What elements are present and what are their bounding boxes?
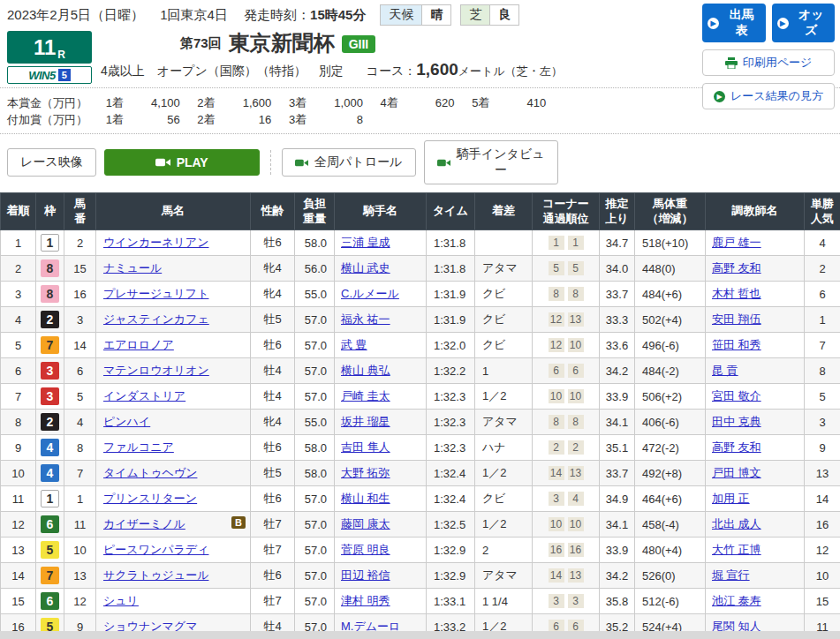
trainer-link[interactable]: 加用 正	[712, 492, 750, 505]
result-guide-button[interactable]: ▶ レース結果の見方	[702, 83, 835, 109]
frame-number-badge: 8	[41, 259, 59, 277]
horse-number: 15	[64, 256, 96, 282]
prize-place: 4着	[381, 94, 409, 111]
finish-time: 1:32.4	[427, 486, 475, 512]
trainer-link[interactable]: 田中 克典	[712, 415, 761, 428]
horse-body-weight: 406(-6)	[635, 410, 706, 435]
horse-name-link[interactable]: タイムトゥヘヴン	[103, 466, 197, 479]
win5-badge: WIN5 5	[7, 66, 92, 84]
jockey-link[interactable]: 横山 和生	[341, 492, 390, 505]
horse-name-link[interactable]: ピンハイ	[103, 415, 150, 428]
horse-name-link[interactable]: プレサージュリフト	[103, 287, 208, 300]
jockey-link[interactable]: C.ルメール	[341, 287, 399, 300]
win-favorite-rank: 10	[805, 563, 840, 589]
play-button[interactable]: PLAY	[104, 149, 260, 176]
finish-position: 2	[1, 256, 36, 282]
carried-weight: 57.0	[295, 538, 335, 563]
finish-time: 1:32.9	[427, 563, 475, 589]
margin: 1／2	[475, 461, 533, 486]
horse-name-link[interactable]: ファルコニア	[103, 440, 174, 454]
finish-time: 1:31.9	[427, 282, 475, 307]
win-favorite-rank: 16	[805, 512, 840, 538]
prize-place: 1着	[106, 111, 134, 128]
jockey-link[interactable]: 三浦 皇成	[341, 236, 390, 249]
jockey-link[interactable]: 津村 明秀	[341, 594, 390, 607]
turf-badge: 芝 良	[460, 4, 519, 26]
odds-button[interactable]: ▶ オッズ	[772, 4, 836, 42]
horse-name-link[interactable]: ピースワンパラディ	[103, 543, 208, 556]
race-date-line: 2023年2月5日（日曜） 1回東京4日 発走時刻：15時45分	[7, 7, 366, 24]
trainer-link[interactable]: 宮田 敬介	[712, 389, 761, 402]
race-title: 東京新聞杯	[229, 32, 335, 55]
last-3f-time: 34.2	[600, 358, 635, 384]
trainer-link[interactable]: 北出 成人	[712, 517, 761, 530]
jockey-link[interactable]: 坂井 瑠星	[341, 415, 390, 428]
last-3f-time: 35.1	[600, 435, 635, 461]
race-video-button[interactable]: レース映像	[7, 148, 96, 177]
margin: 1／2	[475, 384, 533, 410]
horse-name-link[interactable]: マテンロウオリオン	[103, 364, 209, 377]
jockey-link[interactable]: 大野 拓弥	[341, 466, 390, 479]
sex-age: 牡4	[251, 384, 295, 410]
jockey-link[interactable]: 横山 武史	[341, 261, 390, 274]
shutsuba-button[interactable]: ▶ 出馬表	[702, 4, 766, 42]
table-row: 10 4 7 タイムトゥヘヴン 牡5 58.0 大野 拓弥 1:32.4 1／2…	[1, 461, 840, 486]
trainer-link[interactable]: 高野 友和	[712, 261, 761, 274]
horse-name-link[interactable]: ナミュール	[103, 261, 162, 274]
carried-weight: 58.0	[295, 461, 335, 486]
race-round: 第73回	[180, 35, 222, 55]
jockey-link[interactable]: 戸崎 圭太	[341, 389, 390, 402]
jockey-link[interactable]: 福永 祐一	[341, 312, 390, 326]
race-video-label: レース映像	[20, 154, 83, 170]
trainer-link[interactable]: 堀 宣行	[712, 568, 750, 582]
horse-name-link[interactable]: エアロロノア	[103, 338, 174, 351]
patrol-video-button[interactable]: 全周パトロール	[282, 148, 416, 177]
trainer-link[interactable]: 安田 翔伍	[712, 312, 761, 326]
jockey-link[interactable]: 菅原 明良	[341, 543, 390, 556]
horse-name-link[interactable]: カイザーミノル	[103, 517, 185, 530]
trainer-link[interactable]: 池江 泰寿	[712, 594, 761, 607]
jockey-link[interactable]: 武 豊	[341, 338, 367, 351]
patrol-video-label: 全周パトロール	[314, 154, 402, 170]
horse-name-link[interactable]: インダストリア	[103, 389, 185, 402]
corner-position: 2	[549, 440, 564, 455]
start-time-label: 発走時刻：	[244, 7, 310, 22]
trainer-link[interactable]: 戸田 博文	[712, 466, 761, 479]
table-row: 15 6 12 シュリ 牡7 57.0 津村 明秀 1:33.1 1 1/4 3…	[1, 589, 840, 614]
frame-number-badge: 6	[41, 515, 59, 533]
horse-name-link[interactable]: ジャスティンカフェ	[103, 312, 209, 326]
margin: ハナ	[475, 435, 533, 461]
last-3f-time: 34.9	[600, 486, 635, 512]
sex-age: 牡6	[251, 333, 295, 358]
horse-name-link[interactable]: プリンスリターン	[103, 492, 197, 505]
jockey-link[interactable]: 藤岡 康太	[341, 517, 390, 530]
jockey-link[interactable]: 田辺 裕信	[341, 568, 390, 582]
bottom-scroll-bar[interactable]	[0, 631, 840, 639]
last-3f-time: 33.9	[600, 384, 635, 410]
col-horse-number: 馬 番	[64, 193, 96, 230]
video-camera-icon	[155, 157, 170, 168]
finish-position: 11	[1, 486, 36, 512]
print-page-button[interactable]: 印刷用ページ	[702, 49, 835, 76]
odds-button-label: オッズ	[793, 7, 830, 39]
corner-position: 8	[549, 415, 564, 429]
horse-name-link[interactable]: シュリ	[103, 594, 139, 607]
corner-position: 12	[549, 338, 564, 352]
carried-weight: 55.0	[295, 410, 335, 435]
trainer-link[interactable]: 昆 貢	[712, 364, 738, 377]
trainer-link[interactable]: 木村 哲也	[712, 287, 761, 300]
finish-time: 1:32.0	[427, 333, 475, 358]
jockey-link[interactable]: 横山 典弘	[341, 364, 390, 377]
trainer-link[interactable]: 高野 友和	[712, 440, 761, 454]
sex-age: 牡5	[251, 307, 295, 333]
trainer-link[interactable]: 大竹 正博	[712, 543, 761, 556]
horse-name-link[interactable]: サクラトゥジュール	[103, 568, 208, 582]
trainer-link[interactable]: 笹田 和秀	[712, 338, 761, 351]
jockey-interview-button[interactable]: 騎手インタビュー	[424, 140, 558, 184]
trainer-link[interactable]: 鹿戸 雄一	[712, 236, 761, 249]
horse-name-link[interactable]: ウインカーネリアン	[103, 236, 208, 249]
jockey-link[interactable]: 吉田 隼人	[341, 440, 390, 454]
col-sex-age: 性齢	[251, 193, 295, 230]
win-favorite-rank: 9	[805, 435, 840, 461]
results-table: 着順 枠 馬 番 馬名 性齢 負担 重量 騎手名 タイム 着差 コーナー 通過順…	[0, 192, 840, 639]
